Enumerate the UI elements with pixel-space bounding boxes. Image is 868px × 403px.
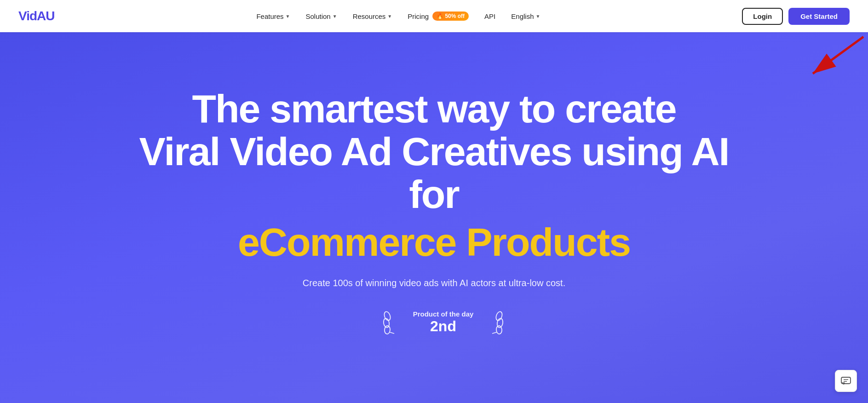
svg-line-5 [390, 332, 394, 334]
product-of-day-label: Product of the day [413, 310, 474, 318]
nav-features-label: Features [256, 12, 283, 20]
hero-title-line1: The smartest way to create [112, 87, 756, 130]
product-of-day-rank: 2nd [413, 318, 474, 335]
chevron-down-icon: ▼ [387, 14, 392, 19]
hero-subtitle: Create 100s of winning video ads with AI… [303, 278, 565, 288]
nav-resources[interactable]: Resources ▼ [346, 9, 399, 24]
nav-language-label: English [511, 12, 534, 20]
svg-line-1 [813, 37, 863, 74]
hero-section: The smartest way to create Viral Video A… [0, 32, 868, 403]
navbar-actions: Login Get Started [742, 8, 850, 25]
login-button[interactable]: Login [742, 8, 783, 25]
nav-pricing[interactable]: Pricing 🔥 50% off [401, 8, 475, 24]
nav-solution[interactable]: Solution ▼ [299, 9, 344, 24]
chevron-down-icon: ▼ [333, 14, 337, 19]
laurel-left-icon [364, 307, 406, 339]
chat-bubble-button[interactable] [835, 370, 857, 392]
annotation-arrow [794, 32, 868, 87]
nav-api[interactable]: API [478, 9, 502, 24]
navbar: VidAU Features ▼ Solution ▼ Resources ▼ … [0, 0, 868, 32]
nav-language[interactable]: English ▼ [505, 9, 546, 24]
nav-api-label: API [484, 12, 495, 20]
svg-line-9 [492, 332, 497, 334]
pricing-badge: 🔥 50% off [432, 12, 469, 21]
chat-icon [840, 375, 851, 386]
logo[interactable]: VidAU [18, 9, 55, 23]
hero-title: The smartest way to create Viral Video A… [112, 87, 756, 216]
nav-menu: Features ▼ Solution ▼ Resources ▼ Pricin… [55, 8, 742, 24]
laurel-right-icon [481, 307, 504, 339]
hero-title-line2: Viral Video Ad Creatives using AI for [112, 130, 756, 216]
nav-features[interactable]: Features ▼ [250, 9, 296, 24]
svg-point-4 [384, 325, 391, 334]
get-started-button[interactable]: Get Started [788, 8, 850, 25]
chevron-down-icon: ▼ [286, 14, 290, 19]
product-of-day: Product of the day 2nd [364, 307, 504, 339]
nav-resources-label: Resources [353, 12, 386, 20]
chevron-down-icon: ▼ [536, 14, 540, 19]
nav-pricing-label: Pricing [408, 12, 429, 20]
nav-solution-label: Solution [306, 12, 331, 20]
hero-title-accent: eCommerce Products [238, 220, 630, 264]
svg-point-8 [496, 325, 503, 334]
